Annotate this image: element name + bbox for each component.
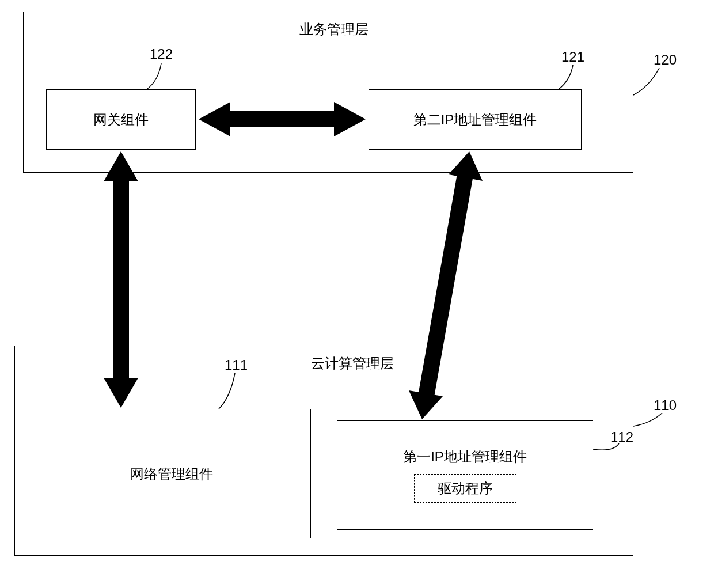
arrow-secondip-firstip bbox=[0, 0, 714, 588]
svg-marker-8 bbox=[409, 390, 443, 419]
diagram-canvas: 业务管理层 网关组件 第二IP地址管理组件 云计算管理层 网络管理组件 第一IP… bbox=[0, 0, 714, 588]
svg-line-6 bbox=[426, 174, 465, 396]
svg-marker-7 bbox=[449, 151, 483, 181]
